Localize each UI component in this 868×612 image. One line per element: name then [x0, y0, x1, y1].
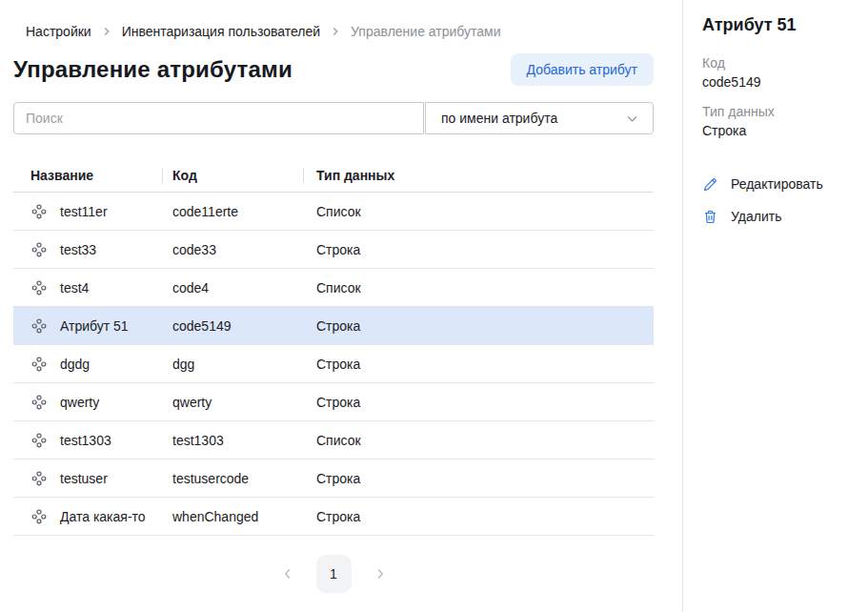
attribute-code: dgg: [162, 357, 303, 372]
edit-button[interactable]: Редактировать: [702, 174, 849, 194]
breadcrumb: Настройки Инвентаризация пользователей У…: [13, 0, 654, 39]
attribute-type: Список: [303, 204, 654, 219]
attribute-type: Строка: [303, 395, 654, 410]
chevron-right-icon: [101, 26, 112, 37]
pagination-prev-button[interactable]: [272, 558, 304, 590]
attribute-nodes-icon: [31, 318, 47, 334]
attribute-name: Атрибут 51: [60, 318, 129, 334]
attribute-type: Список: [303, 280, 654, 296]
attribute-code: code4: [162, 280, 303, 296]
table-row[interactable]: test1303 test1303 Список: [13, 421, 654, 459]
attribute-name: test11er: [60, 204, 108, 219]
attribute-name: testuser: [60, 471, 108, 486]
attribute-type: Строка: [303, 357, 654, 372]
attribute-name: test1303: [60, 433, 111, 448]
attribute-code: code33: [162, 242, 303, 257]
detail-panel: Атрибут 51 Код code5149 Тип данных Строк…: [683, 0, 868, 612]
attribute-nodes-icon: [31, 280, 47, 296]
search-input[interactable]: [13, 102, 424, 134]
attribute-name: test4: [60, 280, 89, 296]
page-title: Управление атрибутами: [13, 56, 293, 83]
attribute-code: test1303: [162, 433, 303, 448]
field-label: Тип данных: [702, 104, 849, 119]
column-header-name: Название: [13, 159, 162, 192]
add-attribute-button[interactable]: Добавить атрибут: [511, 53, 654, 86]
detail-panel-title: Атрибут 51: [702, 15, 849, 35]
chevron-right-icon: [330, 26, 341, 37]
attribute-code: code5149: [162, 318, 303, 334]
search-filter-select[interactable]: по имени атрибута: [425, 102, 654, 134]
column-header-type: Тип данных: [303, 159, 654, 192]
table-row[interactable]: Дата какая-то whenChanged Строка: [13, 498, 654, 536]
table-row[interactable]: test11er code11erte Список: [13, 193, 654, 231]
table-header: Название Код Тип данных: [13, 159, 654, 193]
search-row: по имени атрибута: [13, 102, 654, 134]
pagination-page-1[interactable]: 1: [316, 555, 352, 593]
column-header-code: Код: [162, 159, 303, 192]
main-content: Настройки Инвентаризация пользователей У…: [0, 0, 683, 612]
attribute-code: whenChanged: [162, 509, 303, 524]
trash-icon: [702, 209, 718, 225]
pencil-icon: [702, 176, 718, 193]
attribute-type: Строка: [303, 242, 654, 257]
attribute-code: testusercode: [162, 471, 303, 486]
attribute-type: Строка: [303, 471, 654, 486]
attribute-type: Строка: [303, 509, 654, 524]
attribute-name: qwerty: [60, 395, 99, 410]
attribute-nodes-icon: [31, 509, 47, 524]
pagination-next-button[interactable]: [364, 558, 396, 590]
field-label: Код: [702, 55, 849, 71]
table-body: test11er code11erte Список test33 code33…: [13, 193, 654, 536]
pagination: 1: [13, 555, 654, 593]
field-value: code5149: [702, 74, 849, 90]
table-row[interactable]: qwerty qwerty Строка: [13, 383, 654, 421]
attribute-name: Дата какая-то: [60, 509, 146, 524]
field-value: Строка: [702, 123, 849, 138]
detail-field-type: Тип данных Строка: [702, 104, 849, 138]
attribute-name: dgdg: [60, 357, 90, 372]
attribute-code: code11erte: [162, 204, 303, 219]
table-row[interactable]: testuser testusercode Строка: [13, 459, 654, 498]
attribute-nodes-icon: [31, 357, 47, 372]
title-row: Управление атрибутами Добавить атрибут: [13, 53, 654, 86]
attribute-type: Строка: [303, 318, 654, 334]
attribute-nodes-icon: [31, 242, 47, 257]
table-row[interactable]: test33 code33 Строка: [13, 231, 654, 269]
chevron-down-icon: [625, 112, 639, 126]
attribute-nodes-icon: [31, 471, 47, 486]
table-row[interactable]: Атрибут 51 code5149 Строка: [13, 307, 654, 345]
edit-button-label: Редактировать: [731, 176, 823, 192]
breadcrumb-item-settings[interactable]: Настройки: [26, 24, 91, 39]
delete-button-label: Удалить: [731, 209, 781, 224]
detail-actions: Редактировать Удалить: [702, 174, 849, 226]
page: Настройки Инвентаризация пользователей У…: [0, 0, 868, 612]
table-row[interactable]: dgdg dgg Строка: [13, 345, 654, 383]
table-row[interactable]: test4 code4 Список: [13, 269, 654, 307]
attribute-name: test33: [60, 242, 96, 257]
attribute-nodes-icon: [31, 204, 47, 219]
breadcrumb-item-attribute-management: Управление атрибутами: [351, 24, 500, 39]
attribute-nodes-icon: [31, 395, 47, 410]
attributes-table: Название Код Тип данных test11er code11e…: [13, 159, 654, 536]
attribute-nodes-icon: [31, 433, 47, 448]
search-filter-value: по имени атрибута: [441, 111, 557, 126]
delete-button[interactable]: Удалить: [702, 207, 849, 226]
attribute-type: Список: [303, 433, 654, 448]
breadcrumb-item-user-inventory[interactable]: Инвентаризация пользователей: [122, 24, 320, 39]
detail-field-code: Код code5149: [702, 55, 849, 90]
attribute-code: qwerty: [162, 395, 303, 410]
